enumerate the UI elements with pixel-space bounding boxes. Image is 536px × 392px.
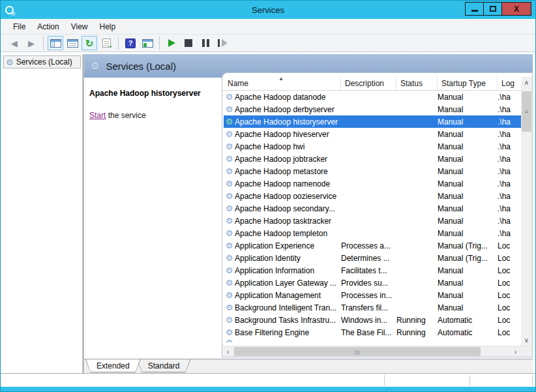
minimize-button[interactable] [465,2,484,16]
service-name-cell: ⚙Apache Hadoop metastore [224,167,341,176]
export-list-glyph [102,38,111,48]
stop-service-glyph [185,39,192,47]
close-button[interactable]: X [501,2,531,16]
scroll-left-arrow[interactable]: ‹ [222,346,233,357]
service-row[interactable]: ⚙Apache Hadoop historyserverManual.\ha [224,115,521,128]
service-row[interactable]: ⚙Base Filtering EngineThe Base Fil...Run… [224,326,521,339]
column-header-startup-type[interactable]: Startup Type [438,77,498,90]
menu-action[interactable]: Action [31,20,65,33]
help-icon[interactable]: ? [123,36,138,50]
service-startup_type-cell: Manual [438,142,498,151]
horizontal-scroll-thumb[interactable]: ||| [234,347,481,356]
service-row[interactable]: ⚙Apache Hadoop oozieserviceManual.\ha [224,190,521,202]
toolbar-separator [43,37,44,50]
horizontal-scrollbar[interactable]: ‹ ||| › [222,346,521,357]
sort-ascending-icon: ▲ [278,77,284,82]
service-gear-icon: ⚙ [224,204,235,213]
show-console-tree-icon[interactable] [48,36,63,50]
service-log_on_as-cell: .\ha [498,155,521,164]
column-header-log[interactable]: Log [498,77,521,90]
pause-service-icon[interactable] [198,36,213,50]
service-name-cell: ⚙Application Identity [224,254,341,263]
column-header-status[interactable]: Status [396,77,438,90]
service-row[interactable]: ⚙Apache Hadoop datanodeManual.\ha [224,91,521,103]
service-name-text: Apache Hadoop secondary... [235,204,335,213]
service-row[interactable]: ⚙Apache Hadoop templetonManual.\ha [224,227,521,239]
service-name-cell: ⚙Application Layer Gateway ... [224,279,341,288]
service-row[interactable]: ⚙Application InformationFacilitates t...… [224,264,521,277]
service-gear-icon: ⚙ [224,328,235,337]
refresh-icon[interactable]: ↻ [82,36,97,50]
list-columns: Name▲DescriptionStatusStartup TypeLog ⚙A… [222,77,521,346]
export-list-icon[interactable] [98,36,114,50]
service-name-text: Application Information [235,266,314,275]
service-row[interactable]: ⚙Apache Hadoop hiveserverManual.\ha [224,128,521,140]
service-gear-icon: ⚙ [224,105,235,113]
service-row[interactable]: ⚙Application ManagementProcesses in...Ma… [224,289,521,301]
service-row[interactable]: ⚙Application ExperienceProcesses a...Man… [224,239,521,252]
service-startup_type-cell: Manual [438,155,498,164]
scroll-down-arrow[interactable]: ∨ [521,335,532,346]
vertical-scroll-thumb[interactable]: ≡ [522,91,531,132]
vertical-scrollbar[interactable]: ∧ ≡ ∨ [521,77,532,346]
service-log_on_as-cell: .\ha [498,130,521,139]
tab-standard[interactable]: Standard [137,359,191,372]
pane-content: Apache Hadoop historyserver Start the se… [84,78,533,359]
service-startup_type-cell: Manual [438,192,498,201]
service-name-text: Apache Hadoop hwi [235,142,305,151]
forward-icon[interactable]: ► [23,36,39,50]
service-log_on_as-cell: Loc [498,291,521,300]
show-action-pane-icon[interactable] [140,36,155,50]
back-icon[interactable]: ◄ [7,36,22,50]
service-startup_type-cell: Manual [438,303,498,312]
service-row[interactable]: ⚙Apache Hadoop metastoreManual.\ha [224,165,521,177]
service-name-cell: ⚙Apache Hadoop jobtracker [224,155,341,164]
service-action-text: the service [106,111,145,120]
menu-help[interactable]: Help [94,20,122,33]
service-name-cell: ⚙Base Filtering Engine [224,328,341,337]
minimize-icon [471,10,478,12]
help-glyph: ? [125,38,136,48]
stop-service-icon[interactable] [181,36,196,50]
service-row[interactable]: ⚙Application Layer Gateway ...Provides s… [224,277,521,289]
service-name-cell: ⚙Application Management [224,291,341,300]
service-row[interactable]: ⚙Application IdentityDetermines ...Manua… [224,252,521,264]
column-header-name[interactable]: Name▲ [224,77,341,90]
service-row[interactable]: ⚙Background Tasks Infrastru...Windows in… [224,314,521,326]
menu-file[interactable]: File [7,20,31,33]
menu-view[interactable]: View [65,20,94,33]
service-name-text: Apache Hadoop tasktracker [235,217,331,226]
service-log_on_as-cell: .\ha [498,179,521,188]
menubar: FileActionViewHelp [1,19,535,35]
service-row[interactable]: ⚙Apache Hadoop namenodeManual.\ha [224,177,521,190]
service-row[interactable]: ⚙Apache Hadoop hwiManual.\ha [224,140,521,153]
start-service-icon[interactable] [164,36,179,50]
statusbar-divider [532,375,533,385]
service-row[interactable]: ⚙Background Intelligent Tran...Transfers… [224,301,521,314]
service-row[interactable]: ⚙Apache Hadoop derbyserverManual.\ha [224,103,521,115]
main-area: ⚙ Services (Local) ⚙ Services (Local) Ap… [1,52,535,373]
service-description-cell: Transfers fil... [341,303,396,312]
column-header-description[interactable]: Description [341,77,396,90]
scroll-right-arrow[interactable]: › [510,346,521,357]
service-name-text: Apache Hadoop jobtracker [235,155,327,164]
statusbar-divider [469,375,470,385]
service-name-cell: ⚙Application Information [224,266,341,275]
service-gear-icon: ⚙ [224,303,235,312]
service-name-cell: ⚙Apache Hadoop oozieservice [224,192,341,201]
service-gear-icon: ⚙ [224,291,235,299]
back-glyph: ◄ [10,38,20,48]
service-row[interactable]: ⚙Apache Hadoop jobtrackerManual.\ha [224,153,521,165]
tree-item-services-local[interactable]: ⚙ Services (Local) [3,55,81,68]
service-startup_type-cell: Manual [438,229,498,238]
service-row[interactable]: ⚙Apache Hadoop tasktrackerManual.\ha [224,215,521,227]
tab-extended[interactable]: Extended [85,359,141,372]
properties-icon[interactable] [65,36,80,50]
maximize-button[interactable] [483,2,502,16]
restart-service-icon[interactable] [215,36,230,50]
service-row[interactable]: ⚙Apache Hadoop secondary...Manual.\ha [224,202,521,215]
service-row-partial: ⚙ [224,339,521,342]
start-service-link[interactable]: Start [89,111,106,120]
scroll-up-arrow[interactable]: ∧ [521,77,532,88]
restart-service-glyph [218,39,227,47]
